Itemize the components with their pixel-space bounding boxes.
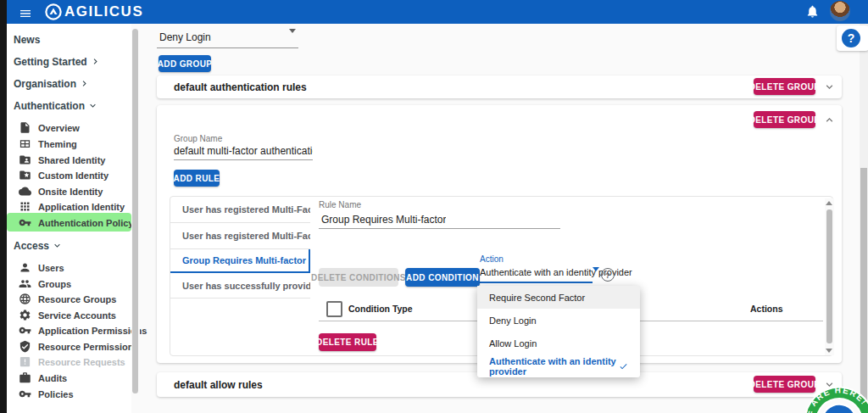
sidebar-item-users[interactable]: Users [19,260,64,275]
hamburger-menu-icon[interactable] [19,7,32,20]
policy-action-select-value: Deny Login [159,31,211,43]
expand-group-chevron-down-icon[interactable] [823,81,836,93]
user-avatar[interactable] [830,1,850,21]
sidebar-item-resource-groups[interactable]: Resource Groups [19,292,116,306]
select-caret-icon [289,29,296,33]
gear-icon [19,309,31,321]
top-app-bar: AGILICUS [0,0,868,24]
menu-option-allow-login[interactable]: Allow Login [477,332,640,354]
sidebar-scrollbar-thumb[interactable] [132,29,138,393]
add-group-button[interactable]: ADD GROUP [159,55,211,72]
group-card-default-authentication-rules: default authentication rules DELETE GROU… [157,75,842,98]
page-scrollbar-thumb[interactable] [860,168,867,407]
sidebar-item-resource-permissions[interactable]: Resource Permissions [19,339,139,354]
shield-check-icon [19,340,31,353]
theme-grid-icon [19,137,31,150]
notifications-bell-icon[interactable] [805,4,820,19]
action-help-icon[interactable]: ? [601,268,615,282]
rule-list-item-selected[interactable]: Group Requires Multi-factor [170,249,310,273]
help-fab-card: ? [837,25,868,51]
window-edge-strip [0,0,7,413]
group-title: default allow rules [174,379,263,391]
sidebar-item-overview[interactable]: Overview [19,120,80,135]
sidebar-item-news[interactable]: News [14,32,40,47]
agilicus-logo-icon[interactable] [44,3,63,21]
group-name-input[interactable]: default multi-factor authentication rule… [174,142,313,160]
sidebar-item-organisation[interactable]: Organisation [14,76,90,91]
check-icon [619,360,628,372]
sidebar-item-authentication-policy[interactable]: Authentication Policy [19,215,133,230]
sidebar-item-getting-started[interactable]: Getting Started [14,54,101,69]
panel-scrollbar-thumb[interactable] [826,209,832,343]
brand-title: AGILICUS [64,3,143,20]
sidebar-item-onsite-identity[interactable]: Onsite Identity [19,184,103,198]
rule-name-input[interactable]: Group Requires Multi-factor [319,209,560,229]
chevron-down-icon [52,240,63,251]
delete-group-button[interactable]: DELETE GROUP [754,78,815,95]
sidebar-item-groups[interactable]: Groups [19,276,71,291]
help-button[interactable]: ? [842,29,860,47]
group-name-value: default multi-factor authentication rule… [174,145,313,157]
cloud-icon [19,185,31,198]
people-icon [19,277,31,290]
panel-scrollbar [825,198,834,355]
key-icon [19,388,31,400]
globe-icon [19,293,31,305]
menu-option-require-second-factor[interactable]: Require Second Factor [477,286,640,309]
app-window: AGILICUS News Getting Started Organisati… [0,0,868,413]
delete-rule-button[interactable]: DELETE RULE [319,333,376,351]
page-scrollbar [860,24,868,413]
briefcase-icon [19,371,31,384]
select-all-conditions-checkbox[interactable] [326,301,342,317]
rule-list-item[interactable]: User has successfully provided a second … [170,273,310,299]
group-title: default authentication rules [174,81,307,93]
rule-name-value: Group Requires Multi-factor [321,214,446,226]
sidebar-item-audits[interactable]: Audits [19,371,67,385]
report-icon [19,355,31,368]
add-rule-button[interactable]: ADD RULE [174,170,220,187]
main-content: Deny Login ADD GROUP default authenticat… [140,24,860,413]
menu-option-deny-login[interactable]: Deny Login [477,309,640,332]
select-caret-icon [593,267,599,271]
rule-list-item[interactable]: User has registered Multi-Factor Authent… [170,223,310,249]
key-icon [19,324,31,337]
delete-conditions-button: DELETE CONDITIONS [319,268,398,287]
action-label: Action [480,254,504,264]
chevron-right-icon [90,56,101,67]
sidebar-item-custom-identity[interactable]: Custom Identity [19,168,108,182]
sidebar-item-policies[interactable]: Policies [19,387,74,401]
sidebar-nav: News Getting Started Organisation Authen… [7,24,131,413]
sidebar-item-theming[interactable]: Theming [19,137,77,151]
add-condition-button[interactable]: ADD CONDITION [405,268,480,287]
action-select-menu: Require Second Factor Deny Login Allow L… [477,286,640,377]
scroll-down-arrow-icon[interactable] [826,349,832,353]
sidebar-scrollbar [131,24,140,413]
apps-grid-icon [19,200,31,213]
sidebar-item-access[interactable]: Access [14,238,63,253]
sidebar-item-resource-requests: Resource Requests [19,354,125,369]
folder-shared-icon [19,153,31,166]
person-icon [19,261,31,274]
menu-option-authenticate-identity-provider[interactable]: Authenticate with an identity provider [477,354,640,377]
chevron-right-icon [79,78,90,89]
delete-group-button[interactable]: DELETE GROUP [754,376,815,393]
policy-action-select[interactable]: Deny Login [157,25,298,48]
column-header-condition-type: Condition Type [348,304,413,314]
sidebar-item-application-permissions[interactable]: Application Permissions [19,323,147,338]
sidebar-item-authentication[interactable]: Authentication [14,98,98,113]
column-header-actions: Actions [750,304,783,314]
sidebar-item-service-accounts[interactable]: Service Accounts [19,308,116,322]
document-icon [19,121,31,134]
scroll-up-arrow-icon[interactable] [826,201,832,205]
key-icon [19,216,31,229]
collapse-group-chevron-up-icon[interactable] [823,114,836,126]
action-select[interactable]: Authenticate with an identity provider [480,265,593,283]
chevron-down-icon [87,100,98,111]
sidebar-item-application-identity[interactable]: Application Identity [19,199,125,214]
delete-group-button[interactable]: DELETE GROUP [754,111,815,128]
folder-special-icon [19,169,31,181]
rule-list-item[interactable]: User has registered Multi-Factor Authent… [170,197,310,223]
sidebar-item-shared-identity[interactable]: Shared Identity [19,153,105,167]
